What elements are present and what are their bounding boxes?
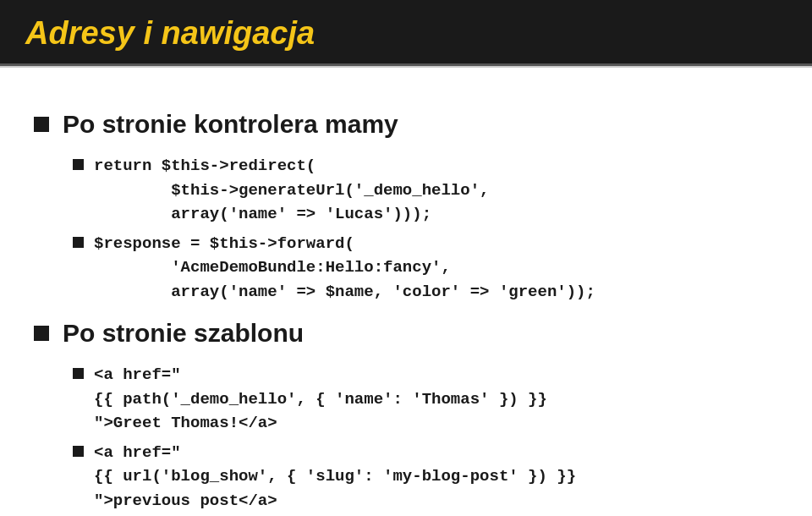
section1-item2: $response = $this->forward( 'AcmeDemoBun… bbox=[73, 232, 778, 305]
section1-code1: return $this->redirect( $this->generateU… bbox=[94, 154, 489, 227]
section1-title: Po stronie kontrolera mamy bbox=[63, 110, 398, 139]
section1-items: return $this->redirect( $this->generateU… bbox=[73, 154, 778, 304]
section2-header: Po stronie szablonu bbox=[34, 319, 778, 348]
section2-item1: <a href=" {{ path('_demo_hello', { 'name… bbox=[73, 363, 778, 436]
section2-items: <a href=" {{ path('_demo_hello', { 'name… bbox=[73, 363, 778, 513]
section2-title: Po stronie szablonu bbox=[63, 319, 304, 348]
section1-item1: return $this->redirect( $this->generateU… bbox=[73, 154, 778, 227]
section1-bullet bbox=[34, 117, 49, 132]
header: Adresy i nawigacja bbox=[0, 0, 812, 66]
section2-code1: <a href=" {{ path('_demo_hello', { 'name… bbox=[94, 363, 547, 436]
section2-item2-bullet bbox=[73, 446, 84, 457]
divider bbox=[0, 66, 812, 68]
section1-header: Po stronie kontrolera mamy bbox=[34, 110, 778, 139]
content: Po stronie kontrolera mamy return $this-… bbox=[0, 85, 812, 516]
section2-item1-bullet bbox=[73, 368, 84, 379]
section1-code2: $response = $this->forward( 'AcmeDemoBun… bbox=[94, 232, 595, 305]
section1-item1-bullet bbox=[73, 159, 84, 170]
page-title: Adresy i nawigacja bbox=[25, 15, 787, 52]
section2-item2: <a href=" {{ url('blog_show', { 'slug': … bbox=[73, 441, 778, 513]
section2-bullet bbox=[34, 326, 49, 341]
section1-item2-bullet bbox=[73, 237, 84, 248]
section2-code2: <a href=" {{ url('blog_show', { 'slug': … bbox=[94, 441, 576, 513]
